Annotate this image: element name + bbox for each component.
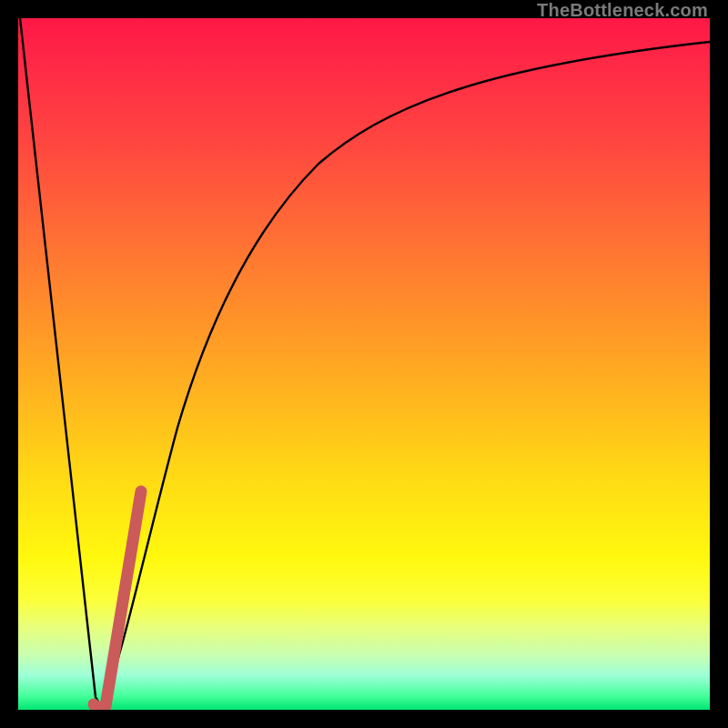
curve-layer — [18, 18, 710, 710]
plot-area — [18, 18, 710, 710]
chart-frame: TheBottleneck.com — [0, 0, 728, 728]
